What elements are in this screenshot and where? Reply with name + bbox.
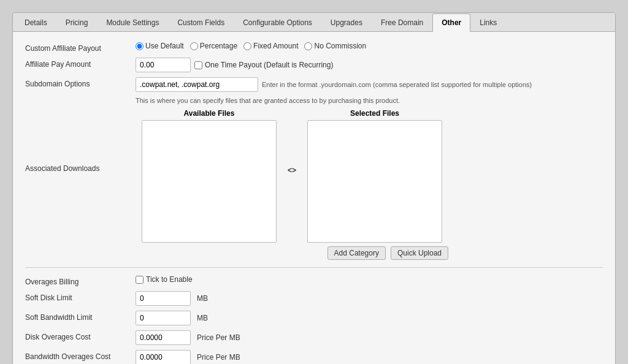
tab-module-settings[interactable]: Module Settings — [97, 13, 168, 32]
overages-billing-checkbox[interactable] — [136, 276, 144, 284]
affiliate-pay-amount-row: Affiliate Pay Amount 0.00 One Time Payou… — [25, 58, 603, 72]
affiliate-pay-amount-control: 0.00 One Time Payout (Default is Recurri… — [136, 58, 603, 72]
tab-configurable-options[interactable]: Configurable Options — [234, 13, 321, 32]
selected-files-header: Selected Files — [301, 109, 448, 118]
page-container: Details Pricing Module Settings Custom F… — [12, 12, 616, 364]
overages-billing-label: Overages Billing — [25, 275, 136, 286]
tab-upgrades[interactable]: Upgrades — [321, 13, 372, 32]
soft-bandwidth-limit-label: Soft Bandwidth Limit — [25, 311, 136, 322]
associated-downloads-section: This is where you can specify files that… — [25, 97, 603, 260]
content-area: Custom Affiliate Payout Use Default Perc… — [13, 32, 615, 364]
overages-billing-checkbox-label[interactable]: Tick to Enable — [136, 275, 193, 284]
soft-disk-limit-label: Soft Disk Limit — [25, 291, 136, 302]
selected-files-list[interactable] — [307, 120, 442, 243]
subdomain-hint: Enter in the format .yourdomain.com (com… — [262, 81, 532, 88]
downloads-row: Associated Downloads Available Files <> — [25, 109, 603, 260]
soft-bandwidth-limit-input[interactable]: 0 — [136, 311, 191, 325]
tab-other[interactable]: Other — [432, 13, 470, 32]
downloads-description: This is where you can specify files that… — [136, 97, 603, 104]
soft-disk-limit-control: 0 MB — [136, 291, 603, 306]
associated-downloads-label: Associated Downloads — [25, 109, 136, 173]
soft-bandwidth-limit-control: 0 MB — [136, 311, 603, 325]
soft-disk-limit-input[interactable]: 0 — [136, 291, 191, 306]
tab-free-domain[interactable]: Free Domain — [372, 13, 432, 32]
radio-fixed-amount[interactable] — [243, 42, 251, 50]
radio-fixed-amount-label[interactable]: Fixed Amount — [243, 42, 298, 50]
radio-no-commission-text: No Commission — [314, 42, 366, 50]
overages-billing-row: Overages Billing Tick to Enable — [25, 275, 603, 286]
soft-disk-limit-unit: MB — [197, 294, 208, 303]
available-files-col: Available Files — [136, 109, 283, 243]
subdomain-options-label: Subdomain Options — [25, 77, 136, 88]
tab-details[interactable]: Details — [15, 13, 56, 32]
radio-use-default[interactable] — [136, 42, 144, 50]
tab-custom-fields[interactable]: Custom Fields — [168, 13, 234, 32]
add-category-button[interactable]: Add Category — [327, 246, 386, 260]
file-action-buttons: Add Category Quick Upload — [136, 246, 448, 260]
custom-affiliate-payout-row: Custom Affiliate Payout Use Default Perc… — [25, 42, 603, 53]
radio-use-default-text: Use Default — [145, 42, 184, 50]
radio-no-commission-label[interactable]: No Commission — [304, 42, 366, 50]
overages-billing-text: Tick to Enable — [146, 275, 193, 284]
soft-disk-limit-row: Soft Disk Limit 0 MB — [25, 291, 603, 306]
disk-overages-cost-label: Disk Overages Cost — [25, 330, 136, 341]
one-time-payout-text: One Time Payout (Default is Recurring) — [205, 61, 333, 69]
radio-percentage[interactable] — [190, 42, 198, 50]
bandwidth-overages-cost-unit: Price Per MB — [197, 353, 240, 362]
subdomain-options-row: Subdomain Options .cowpat.net, .cowpat.o… — [25, 77, 603, 92]
affiliate-pay-amount-label: Affiliate Pay Amount — [25, 58, 136, 69]
radio-percentage-text: Percentage — [200, 42, 237, 50]
radio-fixed-amount-text: Fixed Amount — [253, 42, 298, 50]
one-time-payout-label[interactable]: One Time Payout (Default is Recurring) — [194, 61, 333, 69]
transfer-btn-col: <> — [283, 109, 301, 232]
radio-use-default-label[interactable]: Use Default — [136, 42, 184, 50]
selected-files-col: Selected Files — [301, 109, 448, 243]
disk-overages-cost-control: 0.0000 Price Per MB — [136, 330, 603, 345]
radio-no-commission[interactable] — [304, 42, 312, 50]
soft-bandwidth-limit-unit: MB — [197, 314, 208, 322]
quick-upload-button[interactable]: Quick Upload — [391, 246, 448, 260]
available-files-header: Available Files — [136, 109, 283, 118]
custom-affiliate-payout-label: Custom Affiliate Payout — [25, 42, 136, 53]
custom-affiliate-payout-control: Use Default Percentage Fixed Amount No C… — [136, 42, 603, 50]
transfer-symbol[interactable]: <> — [288, 166, 296, 175]
bandwidth-overages-cost-control: 0.0000 Price Per MB — [136, 350, 603, 364]
separator — [25, 267, 603, 268]
available-files-list[interactable] — [142, 120, 277, 243]
bandwidth-overages-cost-input[interactable]: 0.0000 — [136, 350, 191, 364]
tab-links[interactable]: Links — [470, 13, 506, 32]
tab-pricing[interactable]: Pricing — [56, 13, 98, 32]
one-time-payout-checkbox[interactable] — [194, 61, 202, 69]
bandwidth-overages-cost-row: Bandwidth Overages Cost 0.0000 Price Per… — [25, 350, 603, 364]
radio-percentage-label[interactable]: Percentage — [190, 42, 237, 50]
overages-billing-control: Tick to Enable — [136, 275, 603, 284]
subdomain-options-control: .cowpat.net, .cowpat.org Enter in the fo… — [136, 77, 603, 92]
soft-bandwidth-limit-row: Soft Bandwidth Limit 0 MB — [25, 311, 603, 325]
tab-bar: Details Pricing Module Settings Custom F… — [13, 13, 615, 32]
bandwidth-overages-cost-label: Bandwidth Overages Cost — [25, 350, 136, 361]
affiliate-pay-amount-input[interactable]: 0.00 — [136, 58, 191, 72]
disk-overages-cost-input[interactable]: 0.0000 — [136, 330, 191, 345]
disk-overages-cost-unit: Price Per MB — [197, 333, 240, 342]
disk-overages-cost-row: Disk Overages Cost 0.0000 Price Per MB — [25, 330, 603, 345]
subdomain-input[interactable]: .cowpat.net, .cowpat.org — [136, 77, 258, 92]
